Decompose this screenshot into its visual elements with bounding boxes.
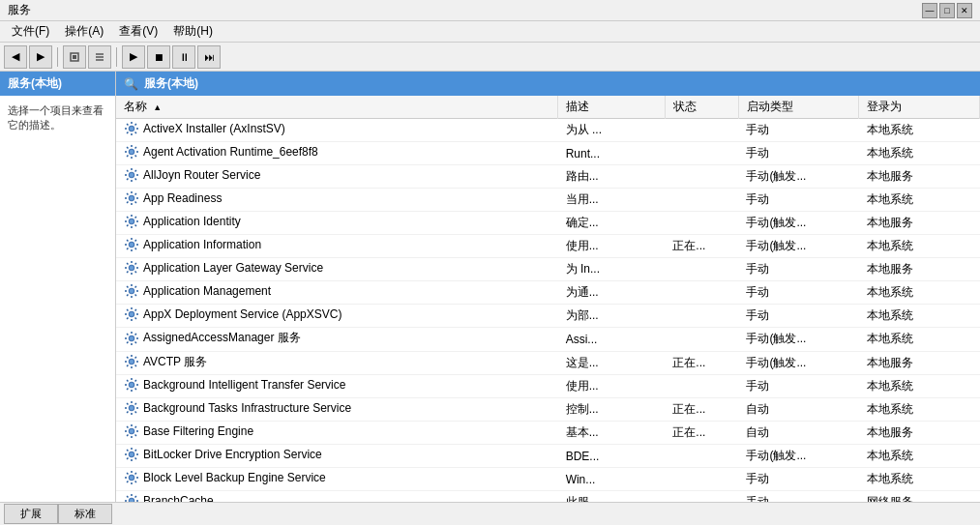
- table-row[interactable]: AllJoyn Router Service 路由... 手动(触发... 本地…: [116, 165, 980, 189]
- service-desc: 此服...: [558, 491, 666, 503]
- restore-button[interactable]: □: [939, 3, 955, 18]
- service-name: Application Identity: [116, 212, 558, 235]
- menu-bar: 文件(F) 操作(A) 查看(V) 帮助(H): [0, 21, 980, 43]
- content-title: 服务(本地): [144, 75, 198, 92]
- svg-rect-1: [73, 55, 76, 59]
- svg-point-5: [130, 150, 134, 154]
- service-login: 本地系统: [859, 235, 980, 258]
- col-header-status[interactable]: 状态: [665, 96, 738, 119]
- service-desc: Win...: [558, 468, 666, 491]
- service-startup: 手动: [738, 281, 859, 305]
- service-status: [665, 281, 738, 305]
- table-row[interactable]: App Readiness 当用... 手动 本地系统: [116, 189, 980, 212]
- toolbar-forward[interactable]: ▶: [29, 45, 52, 69]
- service-desc: 为部...: [558, 305, 666, 328]
- service-status: 正在...: [665, 235, 738, 258]
- svg-point-3: [130, 127, 134, 131]
- table-row[interactable]: Application Management 为通... 手动 本地系统: [116, 281, 980, 305]
- status-tab-extended[interactable]: 扩展: [4, 504, 58, 524]
- service-desc: 控制...: [558, 398, 666, 422]
- service-startup: 手动: [738, 119, 859, 142]
- table-row[interactable]: Background Intelligent Transfer Service …: [116, 375, 980, 398]
- service-startup: 手动: [738, 142, 859, 165]
- col-header-startup[interactable]: 启动类型: [738, 96, 859, 119]
- toolbar-back[interactable]: ◀: [4, 45, 27, 69]
- table-row[interactable]: BitLocker Drive Encryption Service BDE..…: [116, 445, 980, 468]
- main-container: 服务(本地) 选择一个项目来查看它的描述。 🔍 服务(本地) 名称 ▲ 描述 状…: [0, 72, 980, 502]
- service-desc: 为从 ...: [558, 119, 666, 142]
- status-tab-standard[interactable]: 标准: [58, 504, 112, 524]
- table-row[interactable]: AVCTP 服务 这是... 正在... 手动(触发... 本地服务: [116, 351, 980, 375]
- service-name: Application Layer Gateway Service: [116, 258, 558, 281]
- menu-file[interactable]: 文件(F): [4, 21, 57, 42]
- table-row[interactable]: Application Information 使用... 正在... 手动(触…: [116, 235, 980, 258]
- service-startup: 自动: [738, 398, 859, 422]
- toolbar-sep-1: [57, 47, 58, 67]
- table-row[interactable]: Base Filtering Engine 基本... 正在... 自动 本地服…: [116, 422, 980, 445]
- service-startup: 自动: [738, 422, 859, 445]
- table-row[interactable]: AppX Deployment Service (AppXSVC) 为部... …: [116, 305, 980, 328]
- toolbar-up[interactable]: [63, 45, 86, 69]
- services-table[interactable]: 名称 ▲ 描述 状态 启动类型 登录为 ActiveX Installer (A…: [116, 96, 980, 502]
- service-login: 本地系统: [859, 281, 980, 305]
- service-desc: 基本...: [558, 422, 666, 445]
- menu-help[interactable]: 帮助(H): [165, 21, 221, 42]
- service-name: AppX Deployment Service (AppXSVC): [116, 305, 558, 328]
- service-status: [665, 328, 738, 352]
- table-row[interactable]: ActiveX Installer (AxInstSV) 为从 ... 手动 本…: [116, 119, 980, 142]
- col-header-name[interactable]: 名称 ▲: [116, 96, 558, 119]
- col-header-desc[interactable]: 描述: [558, 96, 666, 119]
- table-row[interactable]: AssignedAccessManager 服务 Assi... 手动(触发..…: [116, 328, 980, 352]
- svg-point-9: [130, 196, 134, 200]
- service-login: 本地系统: [859, 142, 980, 165]
- menu-action[interactable]: 操作(A): [57, 21, 111, 42]
- service-desc: Runt...: [558, 142, 666, 165]
- service-desc: 使用...: [558, 375, 666, 398]
- service-startup: 手动: [738, 375, 859, 398]
- service-name: Background Tasks Infrastructure Service: [116, 398, 558, 422]
- service-name: AllJoyn Router Service: [116, 165, 558, 189]
- service-startup: 手动: [738, 468, 859, 491]
- table-row[interactable]: Application Layer Gateway Service 为 In..…: [116, 258, 980, 281]
- sidebar-description: 选择一个项目来查看它的描述。: [0, 96, 115, 141]
- service-status: [665, 119, 738, 142]
- service-login: 本地服务: [859, 165, 980, 189]
- service-login: 本地系统: [859, 398, 980, 422]
- service-login: 本地服务: [859, 212, 980, 235]
- service-login: 本地系统: [859, 305, 980, 328]
- toolbar-pause[interactable]: ⏸: [172, 45, 195, 69]
- table-row[interactable]: Block Level Backup Engine Service Win...…: [116, 468, 980, 491]
- table-row[interactable]: Application Identity 确定... 手动(触发... 本地服务: [116, 212, 980, 235]
- service-status: [665, 491, 738, 503]
- toolbar-restart[interactable]: ⏭: [197, 45, 221, 69]
- minimize-button[interactable]: —: [922, 3, 937, 18]
- service-name: ActiveX Installer (AxInstSV): [116, 119, 558, 142]
- col-header-login[interactable]: 登录为: [859, 96, 980, 119]
- toolbar-stop[interactable]: ⏹: [147, 45, 170, 69]
- services-list: 名称 ▲ 描述 状态 启动类型 登录为 ActiveX Installer (A…: [116, 96, 980, 502]
- service-desc: Assi...: [558, 328, 666, 352]
- service-status: [665, 305, 738, 328]
- close-button[interactable]: ✕: [957, 3, 972, 18]
- table-row[interactable]: BranchCache 此服... 手动 网络服务: [116, 491, 980, 503]
- table-row[interactable]: Agent Activation Runtime_6eef8f8 Runt...…: [116, 142, 980, 165]
- toolbar-show-hide[interactable]: [88, 45, 111, 69]
- service-login: 本地系统: [859, 328, 980, 352]
- svg-point-33: [130, 476, 134, 480]
- service-desc: 这是...: [558, 351, 666, 375]
- toolbar-play[interactable]: ▶: [122, 45, 145, 69]
- service-name: Agent Activation Runtime_6eef8f8: [116, 142, 558, 165]
- service-status: 正在...: [665, 351, 738, 375]
- service-name: BitLocker Drive Encryption Service: [116, 445, 558, 468]
- service-status: [665, 445, 738, 468]
- service-name: Background Intelligent Transfer Service: [116, 375, 558, 398]
- sort-arrow-name: ▲: [153, 102, 162, 112]
- service-status: [665, 468, 738, 491]
- service-name: AVCTP 服务: [116, 351, 558, 375]
- service-desc: 确定...: [558, 212, 666, 235]
- service-name: AssignedAccessManager 服务: [116, 328, 558, 352]
- service-startup: 手动(触发...: [738, 212, 859, 235]
- menu-view[interactable]: 查看(V): [111, 21, 165, 42]
- svg-point-29: [130, 429, 134, 433]
- table-row[interactable]: Background Tasks Infrastructure Service …: [116, 398, 980, 422]
